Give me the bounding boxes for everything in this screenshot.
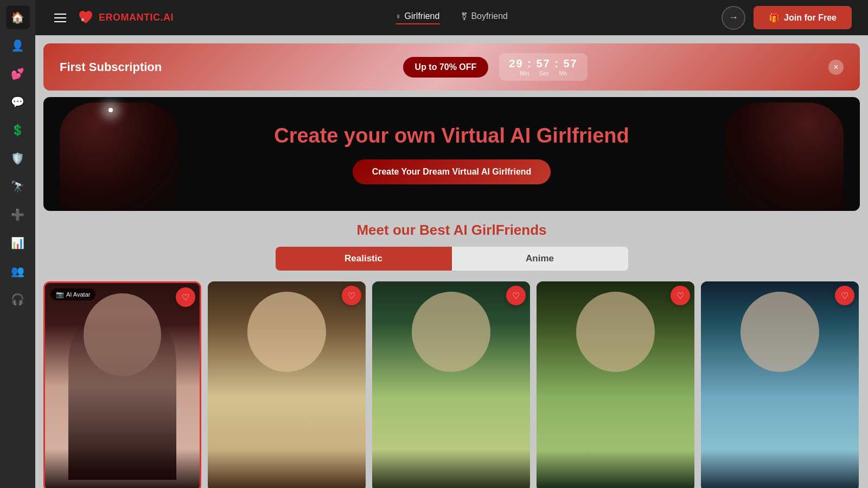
navbar: e EROMANTIC.AI ♀ Girlfriend ⚧ Boyfriend …	[35, 0, 868, 35]
cards-grid: 📷 AI Avatar ♡ ♡	[35, 281, 868, 488]
sidebar-item-stats[interactable]: 📊	[6, 231, 30, 255]
tabs-container: Realistic Anime	[35, 247, 868, 271]
spotlight-left	[108, 108, 113, 112]
sidebar-item-relationships[interactable]: 💕	[6, 62, 30, 86]
timer-value: 29 : 57 : 57	[509, 57, 577, 70]
card-2-photo	[208, 281, 366, 488]
nav-girlfriend[interactable]: ♀ Girlfriend	[395, 11, 439, 24]
tab-realistic-label: Realistic	[344, 253, 382, 264]
hero-figure-left	[60, 102, 179, 211]
close-icon: ×	[833, 62, 838, 72]
section-title: Meet our Best AI GirlFriends	[35, 222, 868, 239]
sidebar-item-profile[interactable]: 👤	[6, 34, 30, 57]
logo-text-main: EROMANTIC	[99, 12, 161, 23]
section-title-highlight: AI GirlFriends	[454, 222, 547, 238]
navbar-nav: ♀ Girlfriend ⚧ Boyfriend	[395, 11, 508, 24]
camera-icon: 📷	[56, 291, 64, 298]
promo-banner: First Subscription Up to 70% OFF 29 : 57…	[43, 43, 860, 91]
join-button[interactable]: 🎁 Join for Free	[754, 6, 852, 29]
section-title-start: Meet our Best	[356, 222, 453, 238]
main-content: e EROMANTIC.AI ♀ Girlfriend ⚧ Boyfriend …	[35, 0, 868, 488]
hero-content: Create your own Virtual AI Girlfriend Cr…	[274, 124, 629, 184]
card-3[interactable]: ♡	[372, 281, 530, 488]
sidebar-item-pricing[interactable]: 💲	[6, 118, 30, 142]
card-1-badge: 📷 AI Avatar	[50, 288, 95, 300]
card-4-photo	[537, 281, 694, 488]
tab-realistic[interactable]: Realistic	[276, 247, 452, 271]
svg-text:e: e	[81, 17, 84, 22]
hero-cta-button[interactable]: Create Your Dream Virtual AI Girlfriend	[353, 159, 551, 184]
sidebar-item-users[interactable]: 👥	[6, 259, 30, 283]
nav-boyfriend-label: Boyfriend	[471, 11, 508, 21]
timer-labels: Min Sec Ms	[520, 70, 567, 76]
hero-figure-right	[724, 102, 844, 211]
heart-icon: ♡	[676, 291, 684, 301]
promo-close-button[interactable]: ×	[828, 60, 844, 75]
sidebar-item-security[interactable]: 🛡️	[6, 146, 30, 170]
hamburger-menu[interactable]	[52, 11, 69, 25]
hero-title-start: Create your own Virtual	[274, 124, 510, 147]
card-1-photo	[45, 283, 200, 488]
girlfriend-icon: ♀	[395, 12, 401, 21]
sidebar-item-messages[interactable]: 💬	[6, 90, 30, 114]
badge-text: AI Avatar	[66, 291, 90, 298]
tab-anime-label: Anime	[526, 253, 554, 264]
card-3-photo	[372, 281, 530, 488]
card-5-photo	[701, 281, 859, 488]
card-3-heart-button[interactable]: ♡	[506, 286, 526, 305]
sidebar-item-create[interactable]: ➕	[6, 203, 30, 227]
nav-boyfriend[interactable]: ⚧ Boyfriend	[461, 11, 508, 24]
timer-min-label: Min	[520, 70, 529, 76]
hero-banner: Create your own Virtual AI Girlfriend Cr…	[43, 97, 860, 211]
gift-icon: 🎁	[769, 12, 780, 23]
logo-text-domain: .AI	[161, 12, 174, 23]
card-5-heart-button[interactable]: ♡	[835, 286, 854, 305]
hero-title: Create your own Virtual AI Girlfriend	[274, 124, 629, 149]
card-4[interactable]: ♡	[537, 281, 694, 488]
card-2[interactable]: ♡	[208, 281, 366, 488]
sidebar-item-explore[interactable]: 🔭	[6, 175, 30, 198]
promo-text: First Subscription	[60, 60, 162, 74]
hero-cta-label: Create Your Dream Virtual AI Girlfriend	[372, 167, 532, 176]
sidebar: 🏠 👤 💕 💬 💲 🛡️ 🔭 ➕ 📊 👥 🎧	[0, 0, 35, 488]
heart-icon: ♡	[348, 291, 355, 301]
page-body: First Subscription Up to 70% OFF 29 : 57…	[35, 35, 868, 488]
card-1[interactable]: 📷 AI Avatar ♡	[43, 281, 201, 488]
heart-icon: ♡	[182, 292, 189, 303]
logo-icon: e	[77, 9, 94, 27]
tab-anime[interactable]: Anime	[452, 247, 628, 271]
heart-icon: ♡	[512, 291, 520, 301]
boyfriend-icon: ⚧	[461, 12, 468, 21]
login-button[interactable]: →	[722, 6, 745, 30]
login-icon: →	[729, 12, 738, 23]
navbar-left: e EROMANTIC.AI	[52, 9, 174, 27]
promo-badge: Up to 70% OFF	[403, 57, 489, 78]
hero-title-highlight: AI Girlfriend	[510, 124, 629, 147]
timer-sec-label: Sec	[539, 70, 550, 76]
logo-text: EROMANTIC.AI	[99, 12, 174, 23]
logo[interactable]: e EROMANTIC.AI	[77, 9, 174, 27]
nav-girlfriend-label: Girlfriend	[405, 11, 440, 21]
card-4-heart-button[interactable]: ♡	[671, 286, 690, 305]
promo-timer: 29 : 57 : 57 Min Sec Ms	[499, 53, 587, 81]
timer-ms-label: Ms	[559, 70, 567, 76]
navbar-right: → 🎁 Join for Free	[722, 6, 852, 30]
promo-center: Up to 70% OFF 29 : 57 : 57 Min Sec Ms	[403, 53, 588, 81]
sidebar-item-home[interactable]: 🏠	[6, 5, 30, 29]
join-button-label: Join for Free	[784, 13, 837, 23]
card-1-heart-button[interactable]: ♡	[176, 287, 195, 307]
heart-icon: ♡	[841, 291, 848, 301]
tab-group: Realistic Anime	[276, 247, 628, 271]
card-2-heart-button[interactable]: ♡	[342, 286, 361, 305]
sidebar-item-support[interactable]: 🎧	[6, 287, 30, 311]
card-5[interactable]: ♡	[701, 281, 859, 488]
